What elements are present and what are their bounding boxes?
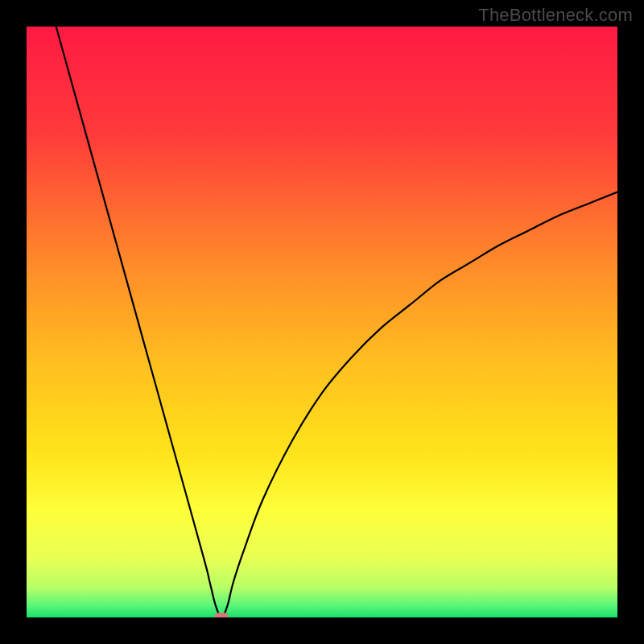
chart-frame: TheBottleneck.com: [0, 0, 644, 644]
optimal-point-marker: [214, 613, 229, 617]
bottleneck-curve: [27, 27, 617, 617]
plot-area: [27, 27, 617, 617]
watermark-text: TheBottleneck.com: [478, 5, 633, 26]
